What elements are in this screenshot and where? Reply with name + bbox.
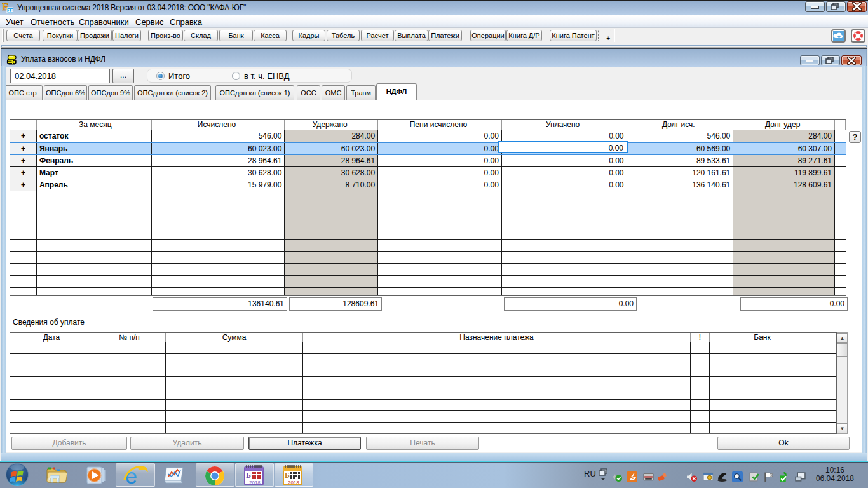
svg-text:Б: Б bbox=[285, 471, 290, 480]
svg-text:2018: 2018 bbox=[249, 480, 261, 485]
svg-text:18: 18 bbox=[8, 8, 13, 13]
svg-text:Б: Б bbox=[246, 471, 251, 480]
svg-text:2018: 2018 bbox=[288, 480, 299, 485]
